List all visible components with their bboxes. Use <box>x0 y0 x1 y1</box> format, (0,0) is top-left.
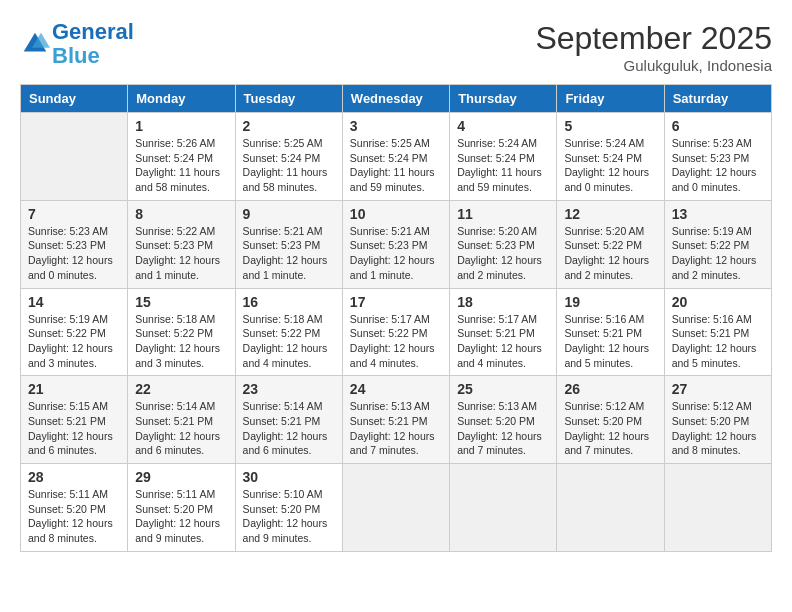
calendar-cell: 13Sunrise: 5:19 AM Sunset: 5:22 PM Dayli… <box>664 200 771 288</box>
calendar-cell: 1Sunrise: 5:26 AM Sunset: 5:24 PM Daylig… <box>128 113 235 201</box>
calendar-cell: 2Sunrise: 5:25 AM Sunset: 5:24 PM Daylig… <box>235 113 342 201</box>
calendar-cell: 23Sunrise: 5:14 AM Sunset: 5:21 PM Dayli… <box>235 376 342 464</box>
day-info: Sunrise: 5:15 AM Sunset: 5:21 PM Dayligh… <box>28 399 120 458</box>
day-number: 17 <box>350 294 442 310</box>
day-number: 29 <box>135 469 227 485</box>
calendar-cell <box>21 113 128 201</box>
col-header-sunday: Sunday <box>21 85 128 113</box>
day-number: 3 <box>350 118 442 134</box>
day-number: 5 <box>564 118 656 134</box>
day-info: Sunrise: 5:25 AM Sunset: 5:24 PM Dayligh… <box>350 136 442 195</box>
day-info: Sunrise: 5:18 AM Sunset: 5:22 PM Dayligh… <box>135 312 227 371</box>
calendar-cell: 25Sunrise: 5:13 AM Sunset: 5:20 PM Dayli… <box>450 376 557 464</box>
calendar-cell: 6Sunrise: 5:23 AM Sunset: 5:23 PM Daylig… <box>664 113 771 201</box>
day-number: 30 <box>243 469 335 485</box>
calendar-cell: 18Sunrise: 5:17 AM Sunset: 5:21 PM Dayli… <box>450 288 557 376</box>
calendar-cell: 21Sunrise: 5:15 AM Sunset: 5:21 PM Dayli… <box>21 376 128 464</box>
calendar-cell: 19Sunrise: 5:16 AM Sunset: 5:21 PM Dayli… <box>557 288 664 376</box>
calendar-cell: 12Sunrise: 5:20 AM Sunset: 5:22 PM Dayli… <box>557 200 664 288</box>
calendar-cell: 15Sunrise: 5:18 AM Sunset: 5:22 PM Dayli… <box>128 288 235 376</box>
calendar-cell: 9Sunrise: 5:21 AM Sunset: 5:23 PM Daylig… <box>235 200 342 288</box>
day-number: 21 <box>28 381 120 397</box>
month-title: September 2025 <box>535 20 772 57</box>
calendar-cell <box>342 464 449 552</box>
calendar-cell: 16Sunrise: 5:18 AM Sunset: 5:22 PM Dayli… <box>235 288 342 376</box>
day-info: Sunrise: 5:13 AM Sunset: 5:21 PM Dayligh… <box>350 399 442 458</box>
calendar-cell: 8Sunrise: 5:22 AM Sunset: 5:23 PM Daylig… <box>128 200 235 288</box>
day-number: 25 <box>457 381 549 397</box>
calendar-cell: 11Sunrise: 5:20 AM Sunset: 5:23 PM Dayli… <box>450 200 557 288</box>
page-header: General Blue September 2025 Gulukguluk, … <box>20 20 772 74</box>
title-block: September 2025 Gulukguluk, Indonesia <box>535 20 772 74</box>
day-number: 24 <box>350 381 442 397</box>
day-info: Sunrise: 5:16 AM Sunset: 5:21 PM Dayligh… <box>672 312 764 371</box>
day-number: 7 <box>28 206 120 222</box>
calendar-cell: 7Sunrise: 5:23 AM Sunset: 5:23 PM Daylig… <box>21 200 128 288</box>
day-info: Sunrise: 5:19 AM Sunset: 5:22 PM Dayligh… <box>28 312 120 371</box>
day-info: Sunrise: 5:24 AM Sunset: 5:24 PM Dayligh… <box>564 136 656 195</box>
day-info: Sunrise: 5:14 AM Sunset: 5:21 PM Dayligh… <box>243 399 335 458</box>
day-number: 4 <box>457 118 549 134</box>
calendar-cell: 30Sunrise: 5:10 AM Sunset: 5:20 PM Dayli… <box>235 464 342 552</box>
calendar-cell <box>557 464 664 552</box>
calendar-cell: 5Sunrise: 5:24 AM Sunset: 5:24 PM Daylig… <box>557 113 664 201</box>
day-info: Sunrise: 5:25 AM Sunset: 5:24 PM Dayligh… <box>243 136 335 195</box>
col-header-friday: Friday <box>557 85 664 113</box>
day-number: 6 <box>672 118 764 134</box>
col-header-thursday: Thursday <box>450 85 557 113</box>
logo: General Blue <box>20 20 134 68</box>
day-info: Sunrise: 5:12 AM Sunset: 5:20 PM Dayligh… <box>672 399 764 458</box>
day-number: 23 <box>243 381 335 397</box>
day-info: Sunrise: 5:22 AM Sunset: 5:23 PM Dayligh… <box>135 224 227 283</box>
day-number: 16 <box>243 294 335 310</box>
calendar-cell <box>450 464 557 552</box>
day-number: 20 <box>672 294 764 310</box>
day-number: 9 <box>243 206 335 222</box>
col-header-monday: Monday <box>128 85 235 113</box>
day-number: 18 <box>457 294 549 310</box>
logo-line2: Blue <box>52 43 100 68</box>
day-number: 1 <box>135 118 227 134</box>
day-info: Sunrise: 5:20 AM Sunset: 5:22 PM Dayligh… <box>564 224 656 283</box>
day-info: Sunrise: 5:21 AM Sunset: 5:23 PM Dayligh… <box>350 224 442 283</box>
day-number: 13 <box>672 206 764 222</box>
logo-icon <box>20 29 50 59</box>
calendar-cell: 27Sunrise: 5:12 AM Sunset: 5:20 PM Dayli… <box>664 376 771 464</box>
day-number: 8 <box>135 206 227 222</box>
day-info: Sunrise: 5:17 AM Sunset: 5:22 PM Dayligh… <box>350 312 442 371</box>
calendar-cell: 29Sunrise: 5:11 AM Sunset: 5:20 PM Dayli… <box>128 464 235 552</box>
day-info: Sunrise: 5:21 AM Sunset: 5:23 PM Dayligh… <box>243 224 335 283</box>
day-number: 12 <box>564 206 656 222</box>
day-info: Sunrise: 5:26 AM Sunset: 5:24 PM Dayligh… <box>135 136 227 195</box>
col-header-wednesday: Wednesday <box>342 85 449 113</box>
day-number: 2 <box>243 118 335 134</box>
day-info: Sunrise: 5:11 AM Sunset: 5:20 PM Dayligh… <box>28 487 120 546</box>
day-number: 27 <box>672 381 764 397</box>
calendar-cell: 26Sunrise: 5:12 AM Sunset: 5:20 PM Dayli… <box>557 376 664 464</box>
col-header-saturday: Saturday <box>664 85 771 113</box>
day-info: Sunrise: 5:12 AM Sunset: 5:20 PM Dayligh… <box>564 399 656 458</box>
calendar-cell: 20Sunrise: 5:16 AM Sunset: 5:21 PM Dayli… <box>664 288 771 376</box>
calendar-cell: 22Sunrise: 5:14 AM Sunset: 5:21 PM Dayli… <box>128 376 235 464</box>
day-info: Sunrise: 5:16 AM Sunset: 5:21 PM Dayligh… <box>564 312 656 371</box>
day-info: Sunrise: 5:11 AM Sunset: 5:20 PM Dayligh… <box>135 487 227 546</box>
day-number: 10 <box>350 206 442 222</box>
day-info: Sunrise: 5:23 AM Sunset: 5:23 PM Dayligh… <box>672 136 764 195</box>
calendar-cell <box>664 464 771 552</box>
day-number: 15 <box>135 294 227 310</box>
calendar-cell: 24Sunrise: 5:13 AM Sunset: 5:21 PM Dayli… <box>342 376 449 464</box>
calendar-table: SundayMondayTuesdayWednesdayThursdayFrid… <box>20 84 772 552</box>
calendar-cell: 3Sunrise: 5:25 AM Sunset: 5:24 PM Daylig… <box>342 113 449 201</box>
day-info: Sunrise: 5:14 AM Sunset: 5:21 PM Dayligh… <box>135 399 227 458</box>
calendar-cell: 17Sunrise: 5:17 AM Sunset: 5:22 PM Dayli… <box>342 288 449 376</box>
calendar-cell: 4Sunrise: 5:24 AM Sunset: 5:24 PM Daylig… <box>450 113 557 201</box>
day-info: Sunrise: 5:24 AM Sunset: 5:24 PM Dayligh… <box>457 136 549 195</box>
day-info: Sunrise: 5:13 AM Sunset: 5:20 PM Dayligh… <box>457 399 549 458</box>
day-info: Sunrise: 5:18 AM Sunset: 5:22 PM Dayligh… <box>243 312 335 371</box>
day-info: Sunrise: 5:23 AM Sunset: 5:23 PM Dayligh… <box>28 224 120 283</box>
day-info: Sunrise: 5:10 AM Sunset: 5:20 PM Dayligh… <box>243 487 335 546</box>
logo-text: General Blue <box>52 20 134 68</box>
day-number: 19 <box>564 294 656 310</box>
day-info: Sunrise: 5:17 AM Sunset: 5:21 PM Dayligh… <box>457 312 549 371</box>
logo-line1: General <box>52 19 134 44</box>
